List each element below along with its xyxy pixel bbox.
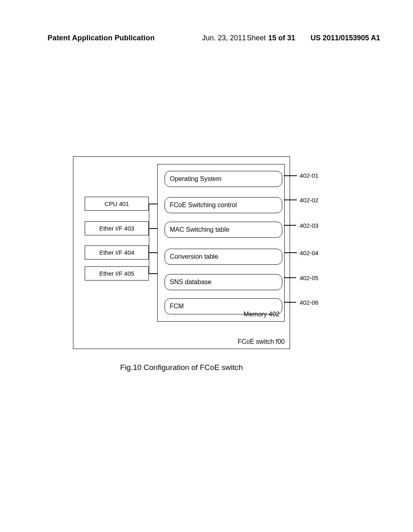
callout-line [284,302,296,303]
pill-fcoe-switching-control: FCoE Switching control [165,197,282,213]
bus-line [149,228,157,229]
callout-line [284,200,297,200]
callout-line [284,252,297,253]
box-ether-if-404: Ether I/F 404 [85,245,149,260]
pill-conversion-table: Conversion table [165,249,282,265]
bus-line [149,252,157,253]
callout-402-02: 402-02 [300,197,319,204]
pill-sns-database: SNS database [165,274,282,290]
callout-line [284,277,296,278]
header-pubno: US 2011/0153905 A1 [311,34,380,42]
bus-line [149,273,157,274]
fcoe-switch-label: FCoE switch f00 [238,338,285,345]
callout-402-04: 402-04 [300,249,319,256]
page: Patent Application Publication Jun. 23, … [0,0,413,532]
bus-vertical-line [149,204,157,274]
callout-402-05: 402-05 [300,274,319,281]
callout-402-06: 402-06 [300,299,319,306]
box-cpu: CPU 401 [85,197,149,211]
pill-operating-system: Operating System [165,171,282,187]
header-left: Patent Application Publication [48,34,154,42]
callout-402-01: 402-01 [300,172,319,179]
box-ether-if-403: Ether I/F 403 [85,221,149,235]
header-sheet-prefix: Sheet [247,34,266,42]
callout-line [284,175,297,176]
pill-mac-switching-table: MAC Switching table [165,222,282,238]
header-sheet: 15 of 31 [268,34,295,42]
callout-line [284,225,296,226]
box-ether-if-405: Ether I/F 405 [85,266,149,281]
callout-402-03: 402-03 [300,222,319,229]
pill-fcm: FCM [165,298,282,314]
bus-line [149,204,157,204]
figure-caption: Fig.10 Configuration of FCoE switch [120,363,243,372]
header-date: Jun. 23, 2011 [202,34,246,42]
